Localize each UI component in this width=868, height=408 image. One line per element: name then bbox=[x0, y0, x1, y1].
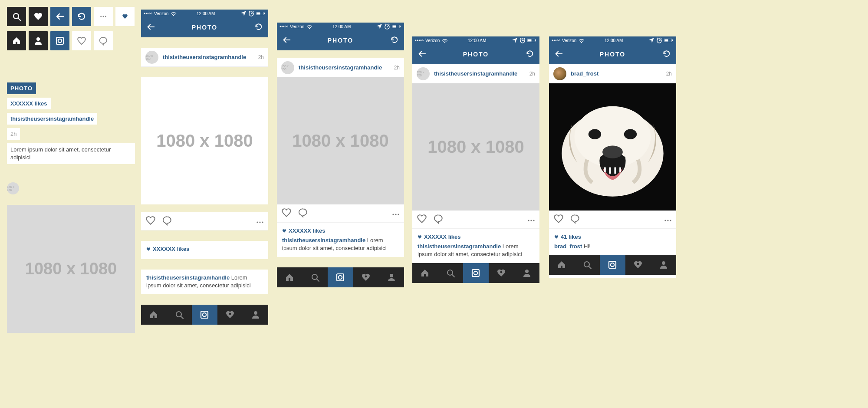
likes-count[interactable]: 41 likes bbox=[561, 233, 581, 241]
icon-grid bbox=[7, 7, 146, 50]
more-button[interactable] bbox=[256, 218, 264, 224]
caption-block: thisistheusersinstagramhandle Lorem ipsu… bbox=[141, 270, 268, 294]
tab-search[interactable] bbox=[302, 267, 328, 287]
back-icon[interactable] bbox=[50, 7, 69, 26]
post-image[interactable]: 1080 x 1080 bbox=[141, 77, 268, 204]
svg-point-23 bbox=[589, 129, 601, 139]
like-button[interactable] bbox=[417, 214, 433, 225]
avatar[interactable]: 150 x 150 bbox=[145, 51, 158, 64]
more-button[interactable] bbox=[527, 216, 535, 223]
comment-button[interactable] bbox=[433, 214, 450, 225]
post-header: 150 x 150 thisistheusersinstagramhandle … bbox=[412, 64, 539, 83]
tab-home[interactable] bbox=[549, 255, 575, 275]
tab-search[interactable] bbox=[575, 255, 600, 275]
text-atoms: PHOTO XXXXXX likes thisistheusersinstagr… bbox=[7, 81, 146, 164]
nav-bar: PHOTO bbox=[141, 17, 268, 37]
post-image[interactable] bbox=[549, 83, 676, 211]
tab-search[interactable] bbox=[167, 305, 192, 325]
tab-home[interactable] bbox=[277, 267, 302, 287]
user-icon[interactable] bbox=[29, 31, 48, 50]
nav-back-button[interactable] bbox=[282, 36, 291, 46]
avatar[interactable]: 150 x 150 bbox=[281, 61, 294, 74]
phone-molecules: Verizon 12:00 AM PHOTO 150 x 150 thisist… bbox=[141, 10, 268, 310]
tab-activity[interactable] bbox=[489, 263, 514, 283]
status-bar: Verizon 12:00 AM bbox=[549, 36, 676, 44]
username-link[interactable]: thisistheusersinstagramhandle bbox=[163, 54, 254, 60]
action-row bbox=[141, 212, 268, 230]
post-header: 150 x 150 thisistheusersinstagramhandle … bbox=[277, 58, 404, 77]
comment-button[interactable] bbox=[162, 215, 178, 227]
action-row bbox=[412, 211, 539, 229]
nav-title: PHOTO bbox=[463, 51, 489, 58]
likes-count[interactable]: XXXXXX likes bbox=[289, 227, 326, 235]
tab-activity[interactable] bbox=[217, 305, 243, 325]
post-time: 2h bbox=[529, 71, 535, 77]
tab-bar bbox=[141, 305, 268, 325]
heart-outline-icon[interactable] bbox=[72, 31, 91, 50]
caption-handle[interactable]: thisistheusersinstagramhandle bbox=[418, 243, 501, 250]
more-button[interactable] bbox=[392, 210, 400, 217]
activity-heart-icon[interactable] bbox=[29, 7, 48, 26]
nav-title: PHOTO bbox=[328, 37, 354, 44]
nav-back-button[interactable] bbox=[554, 49, 563, 59]
nav-bar: PHOTO bbox=[549, 44, 676, 64]
nav-bar: PHOTO bbox=[412, 44, 539, 64]
phone-organism: Verizon 12:00 AM PHOTO 150 x 150 thisist… bbox=[277, 23, 404, 294]
tab-profile[interactable] bbox=[378, 267, 404, 287]
carrier-label: Verizon bbox=[154, 11, 168, 16]
refresh-icon[interactable] bbox=[72, 7, 91, 26]
tab-camera[interactable] bbox=[600, 255, 625, 275]
likes-count[interactable]: XXXXXX likes bbox=[424, 233, 461, 241]
tab-home[interactable] bbox=[412, 263, 438, 283]
tab-home[interactable] bbox=[141, 305, 167, 325]
tab-activity[interactable] bbox=[353, 267, 379, 287]
tab-profile[interactable] bbox=[514, 263, 539, 283]
like-button[interactable] bbox=[553, 214, 570, 225]
username-link[interactable]: thisistheusersinstagramhandle bbox=[434, 70, 525, 77]
nav-title: PHOTO bbox=[192, 24, 218, 31]
tab-camera[interactable] bbox=[328, 267, 353, 287]
comment-button[interactable] bbox=[570, 214, 586, 225]
post-image[interactable]: 1080 x 1080 bbox=[412, 83, 539, 211]
username-link[interactable]: thisistheusersinstagramhandle bbox=[299, 64, 390, 71]
comment-icon[interactable] bbox=[94, 31, 113, 50]
meta-block: 41 likes brad_frost Hi! bbox=[549, 229, 676, 255]
likes-count[interactable]: XXXXXX likes bbox=[153, 245, 190, 253]
meta-block: XXXXXX likes thisistheusersinstagramhand… bbox=[277, 223, 404, 257]
tab-activity[interactable] bbox=[625, 255, 651, 275]
username-link[interactable]: brad_frost bbox=[571, 70, 662, 77]
nav-back-button[interactable] bbox=[146, 23, 155, 33]
more-button[interactable] bbox=[664, 216, 672, 223]
like-button[interactable] bbox=[281, 207, 298, 219]
nav-back-button[interactable] bbox=[418, 49, 426, 59]
avatar[interactable]: 150 x 150 bbox=[417, 67, 430, 80]
search-icon[interactable] bbox=[7, 7, 26, 26]
camera-icon[interactable] bbox=[50, 31, 69, 50]
avatar[interactable] bbox=[553, 67, 566, 80]
photo-title-chip: PHOTO bbox=[7, 82, 36, 94]
like-button[interactable] bbox=[145, 215, 162, 227]
tab-profile[interactable] bbox=[243, 305, 268, 325]
caption-handle[interactable]: thisistheusersinstagramhandle bbox=[282, 237, 365, 243]
tab-camera[interactable] bbox=[463, 263, 489, 283]
heart-solid-icon[interactable] bbox=[115, 7, 135, 26]
caption-handle[interactable]: brad_frost bbox=[554, 243, 582, 250]
likes-block: XXXXXX likes bbox=[141, 241, 268, 259]
tab-profile[interactable] bbox=[651, 255, 676, 275]
post-time: 2h bbox=[394, 65, 400, 71]
post-image[interactable]: 1080 x 1080 bbox=[277, 77, 404, 204]
nav-refresh-button[interactable] bbox=[526, 49, 534, 59]
nav-refresh-button[interactable] bbox=[390, 36, 399, 46]
more-dots-icon[interactable] bbox=[94, 7, 113, 26]
tab-search[interactable] bbox=[438, 263, 464, 283]
status-bar: Verizon 12:00 AM bbox=[141, 10, 268, 17]
tab-camera[interactable] bbox=[192, 305, 217, 325]
home-icon[interactable] bbox=[7, 31, 26, 50]
nav-refresh-button[interactable] bbox=[254, 23, 263, 33]
caption-handle[interactable]: thisistheusersinstagramhandle bbox=[146, 274, 230, 281]
status-time: 12:00 AM bbox=[197, 11, 215, 16]
nav-refresh-button[interactable] bbox=[662, 49, 671, 59]
atoms-column: PHOTO XXXXXX likes thisistheusersinstagr… bbox=[7, 7, 146, 333]
comment-button[interactable] bbox=[298, 207, 314, 219]
post-header: 150 x 150 thisistheusersinstagramhandle … bbox=[141, 48, 268, 67]
